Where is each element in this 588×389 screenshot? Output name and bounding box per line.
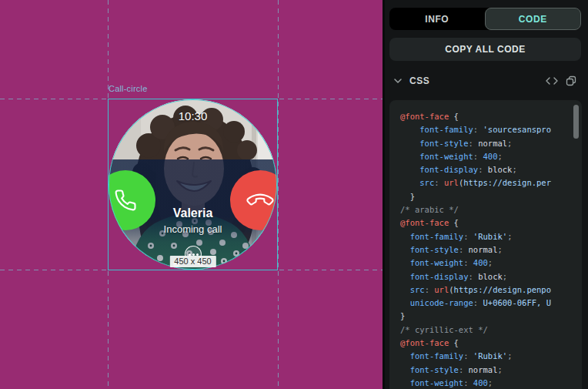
css-code-block[interactable]: @font-face { font-family: 'sourcesanspro…	[389, 100, 582, 389]
penpot-design-view: Call-circle	[0, 0, 588, 389]
chevron-down-icon[interactable]	[394, 79, 402, 83]
tab-code[interactable]: CODE	[485, 8, 582, 30]
size-badge: 450 x 450	[169, 256, 215, 267]
code-line: @font-face {	[400, 216, 582, 230]
css-section-title: CSS	[409, 75, 429, 86]
code-line: font-display: block;	[400, 270, 582, 283]
code-line: unicode-range: U+0600-06FF, U	[400, 297, 582, 310]
code-line: font-weight: 400;	[400, 150, 582, 163]
caller-name: Valeria	[109, 206, 277, 220]
code-line: font-weight: 400;	[400, 377, 582, 389]
call-circle-component[interactable]: 10:30 Valeria Incoming call	[109, 99, 277, 270]
code-line: /* arabic */	[400, 203, 582, 216]
code-line: src: url(https://design.per	[400, 176, 582, 189]
code-line: font-family: 'Rubik';	[400, 230, 582, 243]
code-line: }	[400, 310, 582, 323]
code-line: font-style: normal;	[400, 364, 582, 377]
call-status-text: Incoming call	[109, 223, 277, 235]
code-line: @font-face {	[400, 337, 582, 350]
code-line: font-style: normal;	[400, 243, 582, 257]
panel-tabs: INFO CODE	[389, 8, 581, 30]
css-section-header: CSS	[389, 72, 581, 90]
code-line: /* cyrillic-ext */	[400, 324, 582, 337]
code-line: font-family: 'sourcesanspro	[400, 123, 582, 136]
copy-icon[interactable]	[566, 75, 576, 86]
call-time: 10:30	[109, 109, 277, 122]
design-canvas[interactable]: Call-circle	[0, 0, 383, 389]
css-code: @font-face { font-family: 'sourcesanspro…	[400, 110, 582, 389]
code-line: font-weight: 400;	[400, 257, 582, 270]
code-brackets-icon[interactable]	[546, 77, 558, 85]
guide-line-vertical-right	[278, 0, 279, 389]
code-line: @font-face {	[400, 110, 582, 123]
shape-name-label[interactable]: Call-circle	[109, 84, 147, 93]
code-line: src: url(https://design.penpo	[400, 283, 582, 297]
selection-rect[interactable]: 10:30 Valeria Incoming call	[108, 99, 278, 270]
copy-all-code-button[interactable]: COPY ALL CODE	[389, 38, 581, 61]
code-scrollbar[interactable]	[573, 105, 579, 139]
inspect-panel: INFO CODE COPY ALL CODE CSS @font-face {…	[383, 0, 588, 389]
code-line: font-family: 'Rubik';	[400, 350, 582, 363]
code-line: font-style: normal;	[400, 137, 582, 150]
code-line: font-display: block;	[400, 163, 582, 176]
tab-info[interactable]: INFO	[389, 8, 485, 30]
code-line: }	[400, 190, 582, 203]
